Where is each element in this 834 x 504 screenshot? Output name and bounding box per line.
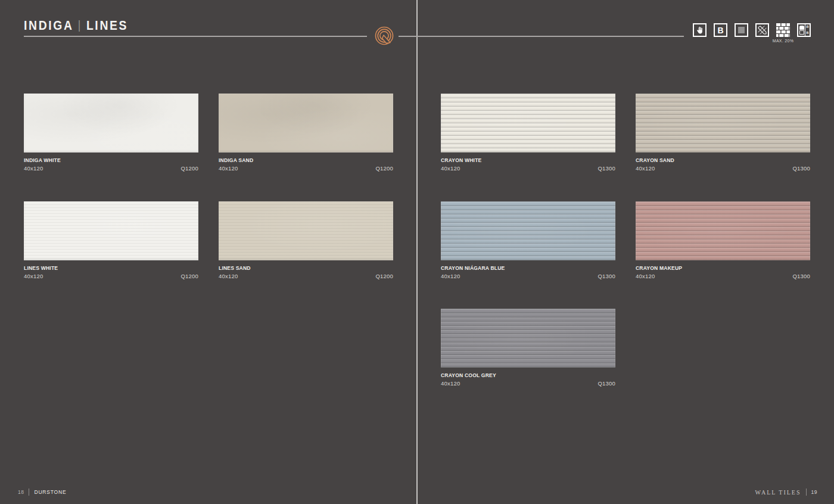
page-title-primary: INDIGA bbox=[24, 18, 74, 33]
product-size: 40x120 bbox=[636, 273, 655, 279]
footer-left: 18 DURSTONE bbox=[18, 489, 66, 496]
product-name: INDIGA WHITE bbox=[24, 157, 189, 163]
header-rule-left bbox=[24, 36, 367, 37]
product-card-indiga-white: INDIGA WHITE 40x120 Q1200 bbox=[24, 94, 198, 172]
tile-swatch bbox=[636, 94, 810, 153]
product-name: CRAYON SAND bbox=[636, 157, 801, 163]
page-number-right: 19 bbox=[811, 489, 817, 495]
product-size: 40x120 bbox=[219, 165, 238, 172]
product-name: CRAYON NIÁGARA BLUE bbox=[441, 265, 606, 271]
product-size: 40x120 bbox=[441, 273, 460, 279]
legend-icons-row: B MAX. 20% R B bbox=[693, 23, 811, 37]
product-name: INDIGA SAND bbox=[219, 157, 384, 163]
product-size: 40x120 bbox=[636, 165, 655, 172]
pencil-crosshatch-icon bbox=[758, 26, 767, 35]
product-name: CRAYON WHITE bbox=[441, 157, 606, 163]
handmade-icon bbox=[693, 23, 707, 37]
max-percentage-caption: MAX. 20% bbox=[773, 39, 793, 43]
page-title-secondary: LINES bbox=[86, 18, 128, 33]
product-size: 40x120 bbox=[219, 273, 238, 279]
decor-mix-icon bbox=[755, 23, 769, 37]
product-code: Q1200 bbox=[375, 165, 393, 172]
product-name: LINES WHITE bbox=[24, 265, 189, 271]
section-name: WALL TILES bbox=[755, 489, 801, 496]
footer-divider bbox=[29, 489, 29, 496]
product-card-crayon-white: CRAYON WHITE 40x120 Q1300 bbox=[441, 94, 615, 172]
tile-swatch bbox=[219, 94, 393, 153]
tile-swatch bbox=[219, 201, 393, 260]
product-name: CRAYON MAKEUP bbox=[636, 265, 801, 271]
product-card-crayon-cool-grey: CRAYON COOL GREY 40x120 Q1300 bbox=[441, 309, 615, 387]
rectified-bevel-icon: R B bbox=[797, 23, 811, 37]
product-code: Q1200 bbox=[181, 273, 198, 279]
product-card-crayon-makeup: CRAYON MAKEUP 40x120 Q1300 bbox=[636, 201, 810, 279]
page-spread-divider bbox=[416, 0, 418, 504]
hand-icon bbox=[696, 26, 704, 35]
tile-outline-icon bbox=[799, 30, 804, 35]
header-rule-right bbox=[399, 36, 684, 37]
rb-letters: R B bbox=[805, 24, 810, 36]
tile-swatch bbox=[441, 201, 615, 260]
product-card-lines-white: LINES WHITE 40x120 Q1200 bbox=[24, 201, 198, 279]
product-name: CRAYON COOL GREY bbox=[441, 372, 606, 378]
rb-letter-r: R bbox=[807, 26, 809, 29]
tile-profile-icon bbox=[799, 26, 804, 30]
page-title: INDIGA|LINES bbox=[24, 18, 128, 33]
product-size: 40x120 bbox=[441, 380, 460, 387]
product-size: 40x120 bbox=[441, 165, 460, 172]
product-size: 40x120 bbox=[24, 273, 43, 279]
b-finish-icon: B bbox=[714, 23, 727, 37]
product-card-lines-sand: LINES SAND 40x120 Q1200 bbox=[219, 201, 393, 279]
product-code: Q1300 bbox=[598, 165, 615, 172]
product-size: 40x120 bbox=[24, 165, 43, 172]
product-name: LINES SAND bbox=[219, 265, 384, 271]
brick-pattern-icon bbox=[776, 23, 790, 37]
plain-tile-icon bbox=[735, 23, 748, 37]
product-code: Q1300 bbox=[598, 380, 615, 387]
product-code: Q1300 bbox=[598, 273, 615, 279]
product-card-crayon-niagara-blue: CRAYON NIÁGARA BLUE 40x120 Q1300 bbox=[441, 201, 615, 279]
product-code: Q1300 bbox=[792, 273, 810, 279]
shade-variation-icon: MAX. 20% bbox=[776, 23, 790, 37]
product-code: Q1200 bbox=[375, 273, 393, 279]
tile-swatch bbox=[441, 94, 615, 153]
product-code: Q1300 bbox=[792, 165, 810, 172]
tile-swatch bbox=[24, 94, 198, 153]
brand-name: DURSTONE bbox=[34, 489, 66, 495]
rb-letter-b: B bbox=[807, 32, 809, 35]
footer-divider bbox=[806, 489, 807, 496]
page-title-separator: | bbox=[74, 18, 86, 32]
q-brand-logo bbox=[373, 24, 396, 47]
tile-swatch bbox=[441, 309, 615, 368]
tile-swatch bbox=[636, 201, 810, 260]
page-number-left: 18 bbox=[18, 489, 24, 495]
product-card-indiga-sand: INDIGA SAND 40x120 Q1200 bbox=[219, 94, 393, 172]
tile-swatch bbox=[24, 201, 198, 260]
rb-icon-shapes bbox=[798, 24, 805, 36]
square-icon bbox=[738, 27, 745, 33]
product-card-crayon-sand: CRAYON SAND 40x120 Q1300 bbox=[636, 94, 810, 172]
footer-right: WALL TILES 19 bbox=[755, 489, 817, 496]
product-code: Q1200 bbox=[181, 165, 198, 172]
b-letter: B bbox=[717, 26, 723, 35]
